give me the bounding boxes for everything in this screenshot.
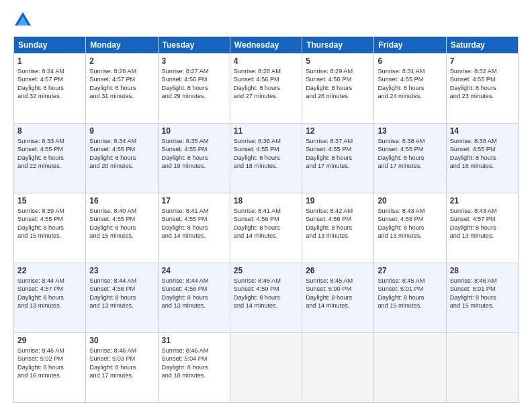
day-number: 11 xyxy=(234,126,298,136)
cell-info: Sunrise: 8:35 AMSunset: 4:55 PMDaylight:… xyxy=(162,137,226,171)
day-number: 24 xyxy=(162,266,226,275)
cell-info: Sunrise: 8:29 AMSunset: 4:56 PMDaylight:… xyxy=(306,67,370,101)
cell-info: Sunrise: 8:44 AMSunset: 4:58 PMDaylight:… xyxy=(162,277,226,310)
day-number: 15 xyxy=(17,196,82,205)
calendar-week-row: 29Sunrise: 8:46 AMSunset: 5:02 PMDayligh… xyxy=(14,333,519,403)
cell-info: Sunrise: 8:38 AMSunset: 4:55 PMDaylight:… xyxy=(450,137,515,171)
cell-info: Sunrise: 8:46 AMSunset: 5:03 PMDaylight:… xyxy=(89,347,154,380)
calendar-cell: 6Sunrise: 8:31 AMSunset: 4:55 PMDaylight… xyxy=(374,54,446,124)
day-number: 16 xyxy=(89,196,154,205)
calendar-cell: 22Sunrise: 8:44 AMSunset: 4:57 PMDayligh… xyxy=(14,263,86,333)
cell-info: Sunrise: 8:24 AMSunset: 4:57 PMDaylight:… xyxy=(17,67,82,101)
calendar-cell: 30Sunrise: 8:46 AMSunset: 5:03 PMDayligh… xyxy=(86,333,158,403)
calendar-cell: 16Sunrise: 8:40 AMSunset: 4:55 PMDayligh… xyxy=(86,193,158,263)
day-of-week-header: Saturday xyxy=(446,37,518,54)
day-number: 13 xyxy=(378,126,442,136)
calendar-cell: 21Sunrise: 8:43 AMSunset: 4:57 PMDayligh… xyxy=(446,193,518,263)
day-number: 22 xyxy=(17,266,82,275)
day-of-week-header: Tuesday xyxy=(158,37,230,54)
day-number: 20 xyxy=(378,196,442,205)
calendar-cell: 9Sunrise: 8:34 AMSunset: 4:55 PMDaylight… xyxy=(86,124,158,193)
cell-info: Sunrise: 8:43 AMSunset: 4:57 PMDaylight:… xyxy=(450,207,515,240)
cell-info: Sunrise: 8:46 AMSunset: 5:01 PMDaylight:… xyxy=(450,277,515,310)
cell-info: Sunrise: 8:39 AMSunset: 4:55 PMDaylight:… xyxy=(17,207,82,240)
day-number: 28 xyxy=(450,266,515,275)
header xyxy=(13,11,519,30)
calendar-cell: 25Sunrise: 8:45 AMSunset: 4:59 PMDayligh… xyxy=(230,263,302,333)
cell-info: Sunrise: 8:41 AMSunset: 4:56 PMDaylight:… xyxy=(234,207,298,240)
day-number: 25 xyxy=(234,266,298,275)
calendar-cell: 1Sunrise: 8:24 AMSunset: 4:57 PMDaylight… xyxy=(14,54,86,124)
calendar-cell: 20Sunrise: 8:43 AMSunset: 4:56 PMDayligh… xyxy=(374,193,446,263)
day-of-week-header: Friday xyxy=(374,37,446,54)
cell-info: Sunrise: 8:38 AMSunset: 4:55 PMDaylight:… xyxy=(378,137,442,171)
calendar-cell: 24Sunrise: 8:44 AMSunset: 4:58 PMDayligh… xyxy=(158,263,230,333)
day-of-week-header: Thursday xyxy=(302,37,374,54)
cell-info: Sunrise: 8:32 AMSunset: 4:55 PMDaylight:… xyxy=(450,67,515,101)
cell-info: Sunrise: 8:36 AMSunset: 4:55 PMDaylight:… xyxy=(234,137,298,171)
day-number: 9 xyxy=(89,126,154,136)
calendar-cell: 4Sunrise: 8:28 AMSunset: 4:56 PMDaylight… xyxy=(230,54,302,124)
calendar-cell: 12Sunrise: 8:37 AMSunset: 4:55 PMDayligh… xyxy=(302,124,374,193)
calendar-week-row: 15Sunrise: 8:39 AMSunset: 4:55 PMDayligh… xyxy=(14,193,519,263)
calendar-cell: 15Sunrise: 8:39 AMSunset: 4:55 PMDayligh… xyxy=(14,193,86,263)
calendar: SundayMondayTuesdayWednesdayThursdayFrid… xyxy=(13,36,519,403)
day-number: 2 xyxy=(89,56,154,66)
cell-info: Sunrise: 8:27 AMSunset: 4:56 PMDaylight:… xyxy=(162,67,226,101)
cell-info: Sunrise: 8:37 AMSunset: 4:55 PMDaylight:… xyxy=(306,137,370,171)
calendar-cell: 18Sunrise: 8:41 AMSunset: 4:56 PMDayligh… xyxy=(230,193,302,263)
calendar-cell xyxy=(374,333,446,403)
calendar-cell: 8Sunrise: 8:33 AMSunset: 4:55 PMDaylight… xyxy=(14,124,86,193)
cell-info: Sunrise: 8:41 AMSunset: 4:55 PMDaylight:… xyxy=(162,207,226,240)
day-number: 10 xyxy=(162,126,226,136)
day-number: 23 xyxy=(89,266,154,275)
calendar-cell xyxy=(230,333,302,403)
page: SundayMondayTuesdayWednesdayThursdayFrid… xyxy=(0,0,532,411)
logo xyxy=(13,11,35,30)
cell-info: Sunrise: 8:28 AMSunset: 4:56 PMDaylight:… xyxy=(234,67,298,101)
calendar-week-row: 1Sunrise: 8:24 AMSunset: 4:57 PMDaylight… xyxy=(14,54,519,124)
day-number: 12 xyxy=(306,126,370,136)
cell-info: Sunrise: 8:42 AMSunset: 4:56 PMDaylight:… xyxy=(306,207,370,240)
day-number: 29 xyxy=(17,336,82,345)
calendar-cell: 2Sunrise: 8:26 AMSunset: 4:57 PMDaylight… xyxy=(86,54,158,124)
calendar-cell xyxy=(446,333,518,403)
day-number: 7 xyxy=(450,56,515,66)
day-number: 19 xyxy=(306,196,370,205)
calendar-cell: 17Sunrise: 8:41 AMSunset: 4:55 PMDayligh… xyxy=(158,193,230,263)
day-number: 31 xyxy=(162,336,226,345)
day-of-week-header: Wednesday xyxy=(230,37,302,54)
day-number: 30 xyxy=(89,336,154,345)
cell-info: Sunrise: 8:33 AMSunset: 4:55 PMDaylight:… xyxy=(17,137,82,171)
cell-info: Sunrise: 8:45 AMSunset: 5:00 PMDaylight:… xyxy=(306,277,370,310)
calendar-header-row: SundayMondayTuesdayWednesdayThursdayFrid… xyxy=(14,37,519,54)
cell-info: Sunrise: 8:44 AMSunset: 4:57 PMDaylight:… xyxy=(17,277,82,310)
day-number: 27 xyxy=(378,266,442,275)
calendar-cell: 14Sunrise: 8:38 AMSunset: 4:55 PMDayligh… xyxy=(446,124,518,193)
cell-info: Sunrise: 8:46 AMSunset: 5:04 PMDaylight:… xyxy=(162,347,226,380)
calendar-cell: 10Sunrise: 8:35 AMSunset: 4:55 PMDayligh… xyxy=(158,124,230,193)
logo-icon xyxy=(13,11,32,30)
cell-info: Sunrise: 8:34 AMSunset: 4:55 PMDaylight:… xyxy=(89,137,154,171)
cell-info: Sunrise: 8:40 AMSunset: 4:55 PMDaylight:… xyxy=(89,207,154,240)
calendar-cell: 27Sunrise: 8:45 AMSunset: 5:01 PMDayligh… xyxy=(374,263,446,333)
day-of-week-header: Sunday xyxy=(14,37,86,54)
day-number: 17 xyxy=(162,196,226,205)
calendar-cell: 11Sunrise: 8:36 AMSunset: 4:55 PMDayligh… xyxy=(230,124,302,193)
calendar-cell: 7Sunrise: 8:32 AMSunset: 4:55 PMDaylight… xyxy=(446,54,518,124)
day-number: 4 xyxy=(234,56,298,66)
day-number: 3 xyxy=(162,56,226,66)
calendar-cell: 31Sunrise: 8:46 AMSunset: 5:04 PMDayligh… xyxy=(158,333,230,403)
cell-info: Sunrise: 8:43 AMSunset: 4:56 PMDaylight:… xyxy=(378,207,442,240)
cell-info: Sunrise: 8:31 AMSunset: 4:55 PMDaylight:… xyxy=(378,67,442,101)
day-number: 8 xyxy=(17,126,82,136)
calendar-cell: 3Sunrise: 8:27 AMSunset: 4:56 PMDaylight… xyxy=(158,54,230,124)
day-number: 6 xyxy=(378,56,442,66)
calendar-cell: 19Sunrise: 8:42 AMSunset: 4:56 PMDayligh… xyxy=(302,193,374,263)
calendar-week-row: 22Sunrise: 8:44 AMSunset: 4:57 PMDayligh… xyxy=(14,263,519,333)
calendar-cell: 5Sunrise: 8:29 AMSunset: 4:56 PMDaylight… xyxy=(302,54,374,124)
day-number: 5 xyxy=(306,56,370,66)
calendar-cell xyxy=(302,333,374,403)
cell-info: Sunrise: 8:26 AMSunset: 4:57 PMDaylight:… xyxy=(89,67,154,101)
day-number: 21 xyxy=(450,196,515,205)
